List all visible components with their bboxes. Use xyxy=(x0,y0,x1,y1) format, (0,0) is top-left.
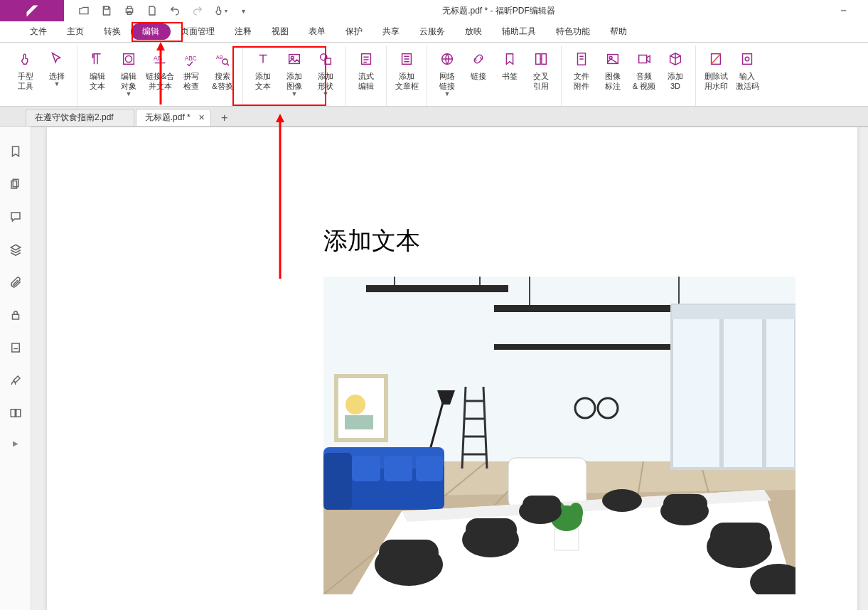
menu-item-7[interactable]: 表单 xyxy=(299,23,336,41)
comments-icon[interactable] xyxy=(8,210,23,223)
svg-text:AB: AB xyxy=(216,54,223,60)
cross-ref-button[interactable]: 交叉 引用 xyxy=(525,48,557,92)
pages-icon[interactable] xyxy=(8,178,23,191)
image-annot-label: 图像 标注 xyxy=(605,71,621,91)
add-3d-button[interactable]: 添加 3D xyxy=(660,48,691,92)
web-link-button[interactable]: 网络 链接▼ xyxy=(432,48,463,98)
svg-rect-26 xyxy=(743,54,752,65)
menu-item-1[interactable]: 主页 xyxy=(57,23,94,41)
reflow-edit-icon xyxy=(357,50,375,68)
spell-check-icon: ABC xyxy=(182,50,200,68)
cross-ref-icon xyxy=(532,50,550,68)
menu-item-14[interactable]: 帮助 xyxy=(600,23,637,41)
svg-rect-80 xyxy=(379,540,439,565)
file-attach-button[interactable]: 文件 附件 xyxy=(566,48,597,92)
open-icon[interactable] xyxy=(77,4,91,18)
document-tab-tab1[interactable]: 在遵守饮食指南2.pdf xyxy=(26,109,134,126)
svg-text:AB: AB xyxy=(154,55,162,62)
svg-rect-18 xyxy=(536,54,540,65)
add-text-label: 添加 文本 xyxy=(255,71,271,91)
chevron-down-icon: ▼ xyxy=(291,91,298,97)
add-article-label: 添加 文章框 xyxy=(395,71,419,91)
svg-rect-68 xyxy=(323,453,352,510)
menu-item-10[interactable]: 云服务 xyxy=(409,23,455,41)
menu-item-8[interactable]: 保护 xyxy=(336,23,373,41)
security-icon[interactable] xyxy=(8,309,23,321)
attachments-icon[interactable] xyxy=(8,276,23,289)
add-text-button[interactable]: 添加 文本 xyxy=(247,48,279,92)
menu-item-5[interactable]: 注释 xyxy=(225,23,262,41)
fields-icon[interactable] xyxy=(8,374,23,387)
document-canvas[interactable]: 添加文本 xyxy=(31,127,868,610)
svg-rect-69 xyxy=(352,456,380,481)
min-icon[interactable]: ━ xyxy=(841,6,862,16)
menu-item-12[interactable]: 辅助工具 xyxy=(492,23,546,41)
tab-label: 无标题.pdf * xyxy=(145,112,191,124)
menu-item-0[interactable]: 文件 xyxy=(20,23,57,41)
search-replace-button[interactable]: AB搜索 &替换 xyxy=(207,48,238,92)
layers-icon[interactable] xyxy=(8,243,23,256)
watermark-button[interactable]: 删除试 用水印 xyxy=(700,48,732,92)
reflow-edit-button[interactable]: 流式 编辑 xyxy=(350,48,382,92)
expand-panel-icon[interactable]: ▶ xyxy=(13,439,18,447)
compare-icon[interactable] xyxy=(8,407,23,419)
menu-item-9[interactable]: 共享 xyxy=(373,23,409,41)
added-text-object[interactable]: 添加文本 xyxy=(323,225,420,257)
embedded-image[interactable] xyxy=(323,277,795,594)
svg-text:ABC: ABC xyxy=(185,55,197,62)
print-icon[interactable] xyxy=(122,4,136,18)
svg-rect-52 xyxy=(672,305,795,319)
menu-item-3[interactable]: 编辑 xyxy=(131,23,171,40)
link-merge-icon: AB xyxy=(151,50,169,68)
chevron-down-icon: ▼ xyxy=(126,91,132,97)
search-replace-label: 搜索 &替换 xyxy=(212,71,232,91)
undo-icon[interactable] xyxy=(168,4,182,18)
page-1[interactable]: 添加文本 xyxy=(47,127,857,610)
menu-item-4[interactable]: 页面管理 xyxy=(171,23,225,41)
svg-point-13 xyxy=(321,54,327,60)
svg-rect-55 xyxy=(345,415,373,429)
add-shape-icon xyxy=(316,50,335,68)
menu-item-13[interactable]: 特色功能 xyxy=(546,23,600,41)
add-text-icon xyxy=(254,50,272,68)
close-icon[interactable]: ✕ xyxy=(198,113,205,122)
signatures-icon[interactable] xyxy=(8,341,23,354)
hand-tool-button[interactable]: 手型 工具 xyxy=(10,48,41,92)
redo-icon[interactable] xyxy=(191,4,205,18)
export-icon[interactable] xyxy=(145,4,159,18)
edit-object-icon xyxy=(119,50,138,68)
document-tab-tab2[interactable]: 无标题.pdf *✕ xyxy=(136,109,211,126)
app-logo xyxy=(0,0,64,21)
select-tool-button[interactable]: 选择▼ xyxy=(41,48,73,88)
activation-button[interactable]: 输入 激活码 xyxy=(732,48,763,92)
svg-rect-89 xyxy=(710,523,770,550)
menu-item-11[interactable]: 放映 xyxy=(455,23,492,41)
add-shape-button[interactable]: 添加 形状▼ xyxy=(310,48,341,98)
menu-item-6[interactable]: 视图 xyxy=(262,23,299,41)
edit-object-label: 编辑 对象 xyxy=(121,71,136,91)
link-button[interactable]: 链接 xyxy=(463,48,494,82)
svg-point-78 xyxy=(569,503,583,523)
svg-rect-84 xyxy=(523,496,561,514)
edit-text-button[interactable]: I编辑 文本 xyxy=(82,48,113,92)
link-merge-button[interactable]: AB链接&合 并文本 xyxy=(144,48,176,92)
file-attach-icon xyxy=(572,50,591,68)
add-image-button[interactable]: 添加 图像▼ xyxy=(279,48,310,98)
svg-rect-33 xyxy=(16,410,20,417)
qat-more-icon[interactable]: ▾ xyxy=(236,4,250,18)
file-attach-label: 文件 附件 xyxy=(574,71,589,91)
select-tool-label: 选择 xyxy=(49,71,65,81)
edit-object-button[interactable]: 编辑 对象▼ xyxy=(113,48,144,98)
image-annot-button[interactable]: 图像 标注 xyxy=(597,48,628,92)
add-article-button[interactable]: 添加 文章框 xyxy=(391,48,422,92)
menu-item-2[interactable]: 转换 xyxy=(94,23,131,41)
bookmark-button[interactable]: 书签 xyxy=(494,48,525,82)
add-image-icon xyxy=(285,50,304,68)
touch-icon[interactable]: ▾ xyxy=(213,4,227,18)
bookmark-icon[interactable] xyxy=(8,145,23,158)
save-icon[interactable] xyxy=(100,4,114,18)
spell-check-button[interactable]: ABC拼写 检查 xyxy=(176,48,207,92)
audio-video-button[interactable]: 音频 & 视频 xyxy=(628,48,660,92)
bookmark-icon xyxy=(500,50,519,68)
add-tab-button[interactable]: + xyxy=(217,110,232,126)
